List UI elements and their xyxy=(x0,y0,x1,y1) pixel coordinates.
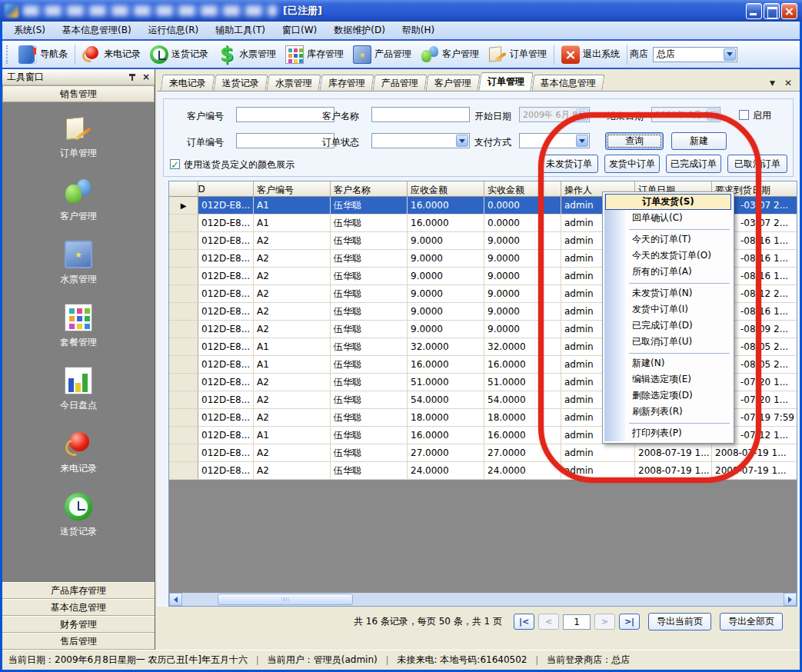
context-menu-item[interactable]: 编辑选定项(E) xyxy=(604,371,732,388)
tab-close-icon[interactable]: ✕ xyxy=(784,78,792,88)
row-selector-cell[interactable]: ▶ xyxy=(169,215,198,231)
horizontal-scrollbar[interactable] xyxy=(169,593,797,606)
context-menu-item[interactable]: 订单发货(S) xyxy=(605,194,731,210)
sidebar-item[interactable]: 来电记录 xyxy=(60,430,97,475)
next-page-button[interactable]: > xyxy=(594,614,615,630)
row-selector-cell[interactable]: ▶ xyxy=(169,197,198,214)
pay-method-combobox[interactable] xyxy=(519,133,590,148)
menu-item[interactable]: 数据维护(D) xyxy=(325,22,394,39)
close-icon[interactable]: × xyxy=(142,72,150,82)
tab[interactable]: 产品管理 xyxy=(373,75,428,91)
context-menu-item[interactable]: 所有的订单(A) xyxy=(604,264,732,280)
toolbar-button[interactable]: 订单管理 xyxy=(484,43,551,66)
row-selector-cell[interactable]: ▶ xyxy=(169,409,198,426)
menu-item[interactable]: 辅助工具(T) xyxy=(207,22,274,39)
prev-page-button[interactable]: < xyxy=(538,614,559,630)
column-header[interactable]: 客户编号 xyxy=(254,181,331,197)
row-selector-cell[interactable]: ▶ xyxy=(169,321,198,338)
menu-item[interactable]: 系统(S) xyxy=(5,22,54,39)
menu-item[interactable]: 基本信息管理(B) xyxy=(54,22,140,39)
filter-undelivered-button[interactable]: 未发货订单 xyxy=(540,155,598,173)
filter-completed-button[interactable]: 已完成订单 xyxy=(666,155,721,173)
context-menu-item[interactable]: 今天的发货订单(O) xyxy=(604,248,732,264)
context-menu-item[interactable]: 已取消订单(U) xyxy=(604,334,732,350)
toolbar-button[interactable]: 送货记录 xyxy=(145,43,213,66)
toolbar-button[interactable]: 水票管理 xyxy=(213,43,281,66)
sidebar-section-button[interactable]: 财务管理 xyxy=(2,616,155,633)
sidebar-section-sales[interactable]: 销售管理 xyxy=(2,85,155,102)
color-checkbox[interactable] xyxy=(170,159,180,169)
minimize-button[interactable] xyxy=(746,3,762,19)
chevron-down-icon[interactable] xyxy=(456,135,468,147)
tab[interactable]: 水票管理 xyxy=(267,75,321,91)
row-selector-cell[interactable]: ▶ xyxy=(169,338,198,355)
toolbar-button[interactable]: 客户管理 xyxy=(416,43,484,66)
tab[interactable]: 送货记录 xyxy=(214,75,268,91)
sidebar-item[interactable]: 今日盘点 xyxy=(60,367,97,412)
scroll-left-icon[interactable] xyxy=(169,593,182,606)
tab[interactable]: 库存管理 xyxy=(320,75,374,91)
sidebar-item[interactable]: 送货记录 xyxy=(60,493,97,538)
toolbar-button[interactable]: 来电记录 xyxy=(78,43,145,66)
context-menu-item[interactable] xyxy=(604,420,732,425)
toolbar-button[interactable] xyxy=(554,45,554,65)
store-combobox[interactable]: 总店 xyxy=(653,47,737,62)
toolbar-button[interactable] xyxy=(627,45,627,65)
toolbar-button[interactable] xyxy=(75,45,75,65)
sidebar-item[interactable]: 套餐管理 xyxy=(60,304,97,349)
start-date-picker[interactable]: 2009年 6月 8日 xyxy=(519,107,590,122)
tab[interactable]: 客户管理 xyxy=(426,75,481,91)
sidebar-section-button[interactable]: 基本信息管理 xyxy=(2,599,155,616)
sidebar-section-button[interactable]: 产品库存管理 xyxy=(2,582,155,599)
context-menu-item[interactable]: 新建(N) xyxy=(604,355,732,371)
sidebar-item[interactable]: 水票管理 xyxy=(60,241,97,286)
context-menu-item[interactable]: 刷新列表(R) xyxy=(604,404,732,420)
sidebar-item[interactable]: 订单管理 xyxy=(60,115,97,160)
row-selector-cell[interactable]: ▶ xyxy=(169,444,198,461)
context-menu-item[interactable]: 未发货订单(N) xyxy=(604,285,732,301)
toolbar-button[interactable]: 产品管理 xyxy=(348,43,416,66)
table-row[interactable]: ▶ 012D-E8... A2 伍华聪 24.0000 24.0000 admi… xyxy=(169,462,797,480)
context-menu-item[interactable]: 回单确认(C) xyxy=(604,210,732,226)
first-page-button[interactable]: |< xyxy=(514,614,534,630)
scrollbar-thumb[interactable] xyxy=(218,594,353,605)
query-button[interactable]: 查询 xyxy=(605,132,664,150)
context-menu-item[interactable] xyxy=(604,226,732,231)
table-row[interactable]: ▶ 012D-E8... A2 伍华聪 27.0000 27.0000 admi… xyxy=(169,444,797,462)
export-current-page-button[interactable]: 导出当前页 xyxy=(648,613,711,630)
context-menu-item[interactable]: 删除选定项(D) xyxy=(604,388,732,404)
order-no-input[interactable] xyxy=(236,133,334,148)
pin-icon[interactable] xyxy=(128,73,136,82)
context-menu-item[interactable]: 今天的订单(T) xyxy=(604,231,732,248)
context-menu-item[interactable]: 打印列表(P) xyxy=(604,425,732,441)
column-header[interactable]: ID xyxy=(198,181,254,197)
new-button[interactable]: 新建 xyxy=(671,132,727,150)
sidebar-section-button[interactable]: 售后管理 xyxy=(2,633,155,650)
sidebar-item[interactable]: 客户管理 xyxy=(60,178,97,223)
customer-no-input[interactable] xyxy=(236,107,334,122)
row-selector-cell[interactable]: ▶ xyxy=(169,285,198,302)
toolbar-button[interactable]: 导航条 xyxy=(14,43,72,66)
context-menu-item[interactable] xyxy=(604,280,732,285)
row-selector-cell[interactable]: ▶ xyxy=(169,250,198,267)
row-selector-cell[interactable]: ▶ xyxy=(169,303,198,320)
end-date-picker[interactable]: 2009年 6月 8日 xyxy=(651,107,720,122)
row-selector-cell[interactable]: ▶ xyxy=(169,427,198,444)
chevron-down-icon[interactable] xyxy=(576,108,588,121)
row-selector-cell[interactable]: ▶ xyxy=(169,356,198,373)
menu-item[interactable]: 帮助(H) xyxy=(394,22,443,39)
context-menu-item[interactable]: 发货中订单(I) xyxy=(604,301,732,318)
row-selector-cell[interactable]: ▶ xyxy=(169,391,198,408)
row-selector-cell[interactable]: ▶ xyxy=(169,374,198,391)
customer-name-input[interactable] xyxy=(371,107,470,122)
column-header[interactable]: 应收金额 xyxy=(408,181,484,197)
toolbar-button[interactable]: 退出系统 xyxy=(557,43,624,66)
chevron-down-icon[interactable] xyxy=(576,135,588,147)
tab[interactable]: 来电记录 xyxy=(161,75,215,91)
row-selector-cell[interactable]: ▶ xyxy=(169,268,198,284)
context-menu-item[interactable]: 已完成订单(D) xyxy=(604,318,732,334)
column-header[interactable]: 客户名称 xyxy=(331,181,408,197)
close-button[interactable] xyxy=(781,3,797,19)
maximize-button[interactable] xyxy=(764,3,780,19)
page-number-input[interactable] xyxy=(563,614,591,630)
